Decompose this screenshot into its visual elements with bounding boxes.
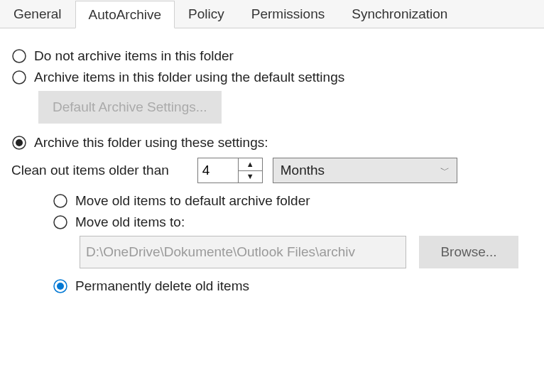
radio-do-not-archive[interactable]: Do not archive items in this folder [11, 48, 533, 64]
radio-move-default[interactable]: Move old items to default archive folder [53, 193, 533, 209]
tab-policy[interactable]: Policy [175, 0, 238, 28]
radio-unselected-icon [11, 70, 27, 85]
autoarchive-pane: Do not archive items in this folder Arch… [0, 28, 544, 314]
radio-use-default-label: Archive items in this folder using the d… [34, 70, 344, 85]
radio-permanently-delete-label: Permanently delete old items [75, 278, 249, 294]
time-unit-selected: Months [281, 163, 325, 178]
tab-permissions[interactable]: Permissions [238, 0, 338, 28]
radio-unselected-icon [11, 48, 27, 64]
svg-point-7 [57, 283, 64, 290]
radio-unselected-icon [53, 193, 68, 209]
radio-move-default-label: Move old items to default archive folder [75, 193, 310, 209]
radio-use-these-settings-label: Archive this folder using these settings… [34, 135, 268, 151]
clean-out-label: Clean out items older than [11, 163, 169, 178]
clean-out-spinner[interactable]: ▲ ▼ [197, 158, 263, 183]
tab-synchronization[interactable]: Synchronization [338, 0, 461, 28]
svg-point-4 [54, 195, 67, 207]
radio-use-default[interactable]: Archive items in this folder using the d… [11, 70, 533, 85]
svg-point-1 [13, 71, 26, 84]
radio-move-to[interactable]: Move old items to: [53, 214, 533, 230]
default-archive-settings-button[interactable]: Default Archive Settings... [38, 91, 222, 124]
spinner-down-icon[interactable]: ▼ [239, 171, 262, 183]
tab-autoarchive[interactable]: AutoArchive [75, 1, 175, 28]
move-to-path-row: D:\OneDrive\Dokumente\Outlook Files\arch… [80, 236, 533, 268]
chevron-down-icon: ﹀ [440, 164, 450, 177]
radio-permanently-delete[interactable]: Permanently delete old items [53, 278, 533, 294]
spinner-arrows: ▲ ▼ [238, 158, 262, 183]
svg-point-0 [13, 50, 26, 62]
browse-button[interactable]: Browse... [419, 236, 518, 268]
radio-move-to-label: Move old items to: [75, 214, 185, 230]
svg-point-3 [16, 139, 23, 146]
radio-unselected-icon [53, 214, 68, 230]
clean-out-row: Clean out items older than ▲ ▼ Months ﹀ [11, 158, 533, 183]
radio-use-these-settings[interactable]: Archive this folder using these settings… [11, 135, 533, 151]
tab-general[interactable]: General [0, 0, 75, 28]
spinner-up-icon[interactable]: ▲ [239, 158, 262, 171]
radio-selected-icon [11, 135, 27, 151]
tab-strip: General AutoArchive Policy Permissions S… [0, 0, 544, 28]
svg-point-5 [54, 216, 67, 229]
time-unit-combo[interactable]: Months ﹀ [273, 158, 457, 183]
move-to-path-field[interactable]: D:\OneDrive\Dokumente\Outlook Files\arch… [80, 236, 406, 268]
radio-do-not-archive-label: Do not archive items in this folder [34, 48, 234, 64]
radio-selected-blue-icon [53, 278, 68, 294]
clean-out-input[interactable] [198, 158, 238, 183]
